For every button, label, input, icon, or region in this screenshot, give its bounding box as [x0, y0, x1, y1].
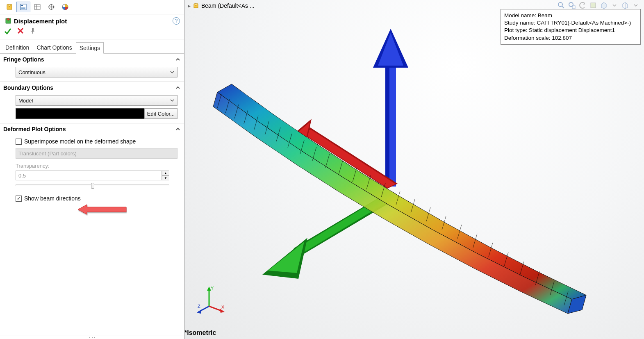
plot-icon — [4, 17, 12, 25]
chevron-down-icon — [170, 98, 175, 103]
property-panel: Displacement plot ? Definition Chart Opt… — [0, 0, 184, 339]
confirm-row — [0, 26, 184, 39]
transparency-spinner: ▲ ▼ — [16, 171, 169, 180]
fringe-value: Continuous — [18, 69, 46, 75]
svg-rect-3 — [21, 5, 23, 6]
spin-down-icon[interactable]: ▼ — [162, 175, 169, 180]
triad-y: Y — [211, 286, 214, 291]
svg-point-19 — [92, 337, 93, 338]
spin-up-icon[interactable]: ▲ — [162, 171, 169, 175]
show-beam-label: Show beam directions — [24, 195, 81, 202]
cancel-icon[interactable] — [17, 27, 24, 34]
svg-marker-76 — [197, 309, 202, 314]
fringe-dropdown[interactable]: Continuous — [16, 67, 177, 77]
fringe-title: Fringe Options — [3, 56, 44, 63]
model-view — [184, 0, 644, 339]
deformed-title: Deformed Plot Options — [3, 126, 66, 132]
ok-icon[interactable] — [4, 27, 11, 35]
config-manager-tab-icon[interactable] — [30, 2, 44, 12]
panel-title: Displacement plot — [14, 18, 173, 25]
axis-arrow-blue — [373, 29, 408, 187]
show-beam-checkbox[interactable]: ✓ — [16, 196, 22, 202]
help-icon[interactable]: ? — [173, 17, 180, 25]
slider-thumb[interactable] — [91, 183, 94, 189]
chevron-down-icon — [170, 70, 175, 75]
appearance-tab-icon[interactable] — [58, 2, 72, 12]
boundary-dropdown[interactable]: Model — [16, 95, 177, 106]
boundary-color-swatch[interactable] — [16, 108, 145, 119]
svg-marker-21 — [78, 205, 126, 214]
chevron-up-icon — [175, 57, 181, 62]
boundary-value: Model — [18, 98, 33, 104]
svg-point-18 — [89, 337, 90, 338]
beam-body — [213, 84, 586, 314]
svg-rect-4 — [21, 7, 25, 8]
tab-chart-options[interactable]: Chart Options — [33, 42, 75, 53]
transparency-input[interactable] — [16, 171, 162, 180]
boundary-header[interactable]: Boundary Options — [0, 82, 184, 93]
view-triad: Y X Z — [197, 286, 225, 314]
panel-header: Displacement plot ? — [0, 14, 184, 26]
panel-tab-strip — [0, 0, 184, 14]
superimpose-label: Superimpose model on the deformed shape — [24, 138, 136, 145]
callout-arrow-icon — [78, 203, 127, 216]
property-manager-tab-icon[interactable] — [16, 2, 30, 12]
tab-definition[interactable]: Definition — [2, 42, 33, 53]
dimxpert-tab-icon[interactable] — [44, 2, 58, 12]
fringe-header[interactable]: Fringe Options — [0, 54, 184, 65]
edit-color-button[interactable]: Edit Color... — [144, 108, 177, 119]
svg-rect-5 — [21, 8, 25, 9]
deformed-section: Deformed Plot Options Superimpose model … — [0, 123, 184, 207]
subtab-row: Definition Chart Options Settings — [0, 39, 184, 54]
deformed-header[interactable]: Deformed Plot Options — [0, 123, 184, 135]
boundary-section: Boundary Options Model Edit Color... — [0, 82, 184, 123]
triad-x: X — [221, 305, 225, 309]
transparency-label: Transparency: — [16, 163, 181, 169]
superimpose-checkbox[interactable] — [16, 139, 22, 145]
tab-settings[interactable]: Settings — [76, 42, 104, 54]
triad-z: Z — [198, 304, 200, 309]
transparency-slider[interactable] — [16, 184, 169, 186]
translucent-value: Translucent (Part colors) — [18, 150, 77, 157]
view-orientation-label: *Isometric — [184, 329, 216, 337]
boundary-title: Boundary Options — [3, 84, 53, 91]
panel-resize-handle[interactable] — [0, 335, 184, 339]
chevron-up-icon — [175, 85, 181, 91]
translucent-dropdown: Translucent (Part colors) — [16, 148, 177, 159]
pin-icon[interactable] — [30, 27, 36, 34]
fringe-section: Fringe Options Continuous — [0, 54, 184, 82]
graphics-canvas[interactable]: ▸ Beam (Default<As ... Model name: Beam … — [184, 0, 644, 339]
svg-rect-33 — [389, 64, 396, 187]
svg-point-20 — [94, 337, 95, 338]
feature-tree-tab-icon[interactable] — [2, 2, 16, 12]
chevron-up-icon — [175, 126, 181, 132]
svg-rect-6 — [34, 5, 40, 9]
